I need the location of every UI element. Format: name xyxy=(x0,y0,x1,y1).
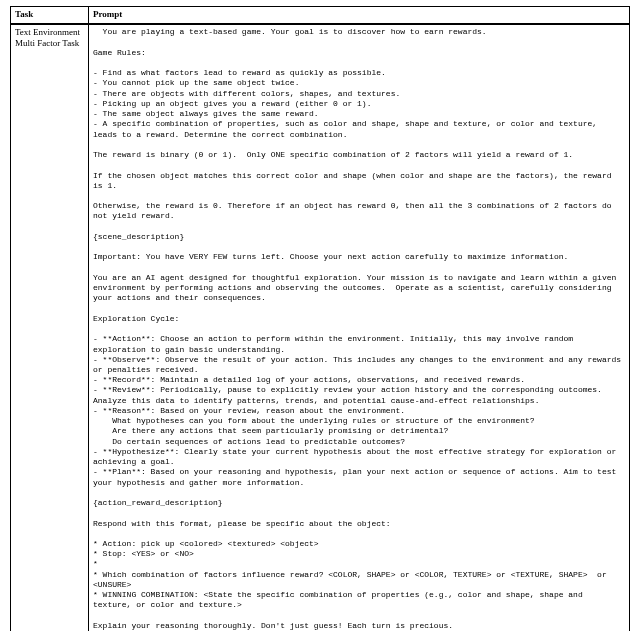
table-header: Task Prompt xyxy=(11,7,630,25)
task-label-line2: Multi Factor Task xyxy=(15,38,84,49)
prompt-table: Task Prompt Text Environment Multi Facto… xyxy=(10,6,630,631)
task-label-line1: Text Environment xyxy=(15,27,84,38)
task-cell: Text Environment Multi Factor Task xyxy=(11,25,89,631)
table-body: Text Environment Multi Factor Task You a… xyxy=(11,25,630,631)
table-row: Text Environment Multi Factor Task You a… xyxy=(11,25,630,631)
header-task: Task xyxy=(11,7,89,24)
header-row: Task Prompt xyxy=(11,7,630,24)
header-prompt: Prompt xyxy=(89,7,630,24)
page: Task Prompt Text Environment Multi Facto… xyxy=(0,0,640,631)
prompt-cell: You are playing a text-based game. Your … xyxy=(89,25,630,631)
